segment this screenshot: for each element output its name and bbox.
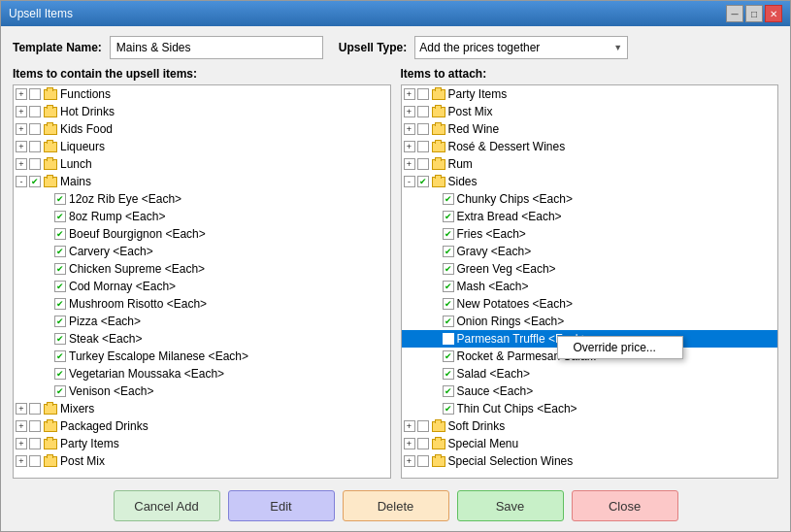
list-item[interactable]: ✔ Pizza <Each> (14, 313, 390, 330)
maximize-button[interactable]: □ (745, 5, 763, 22)
checkbox-icon[interactable] (29, 88, 41, 100)
expand-icon[interactable]: + (16, 158, 27, 170)
checkbox-icon[interactable]: ✔ (54, 298, 66, 310)
list-item[interactable]: + Rum (402, 155, 778, 173)
close-button[interactable]: Close (572, 490, 678, 521)
list-item[interactable]: ✔ Salad <Each> (402, 365, 778, 382)
expand-icon[interactable]: + (404, 158, 415, 170)
list-item[interactable]: ✔ Extra Bread <Each> (402, 208, 778, 225)
list-item[interactable]: + Functions (14, 85, 390, 103)
checkbox-icon[interactable] (417, 420, 429, 432)
list-item[interactable]: ✔ Venison <Each> (14, 382, 390, 400)
checkbox-icon[interactable]: ✔ (54, 368, 66, 380)
list-item[interactable]: + Post Mix (14, 452, 390, 470)
expand-icon[interactable]: + (404, 455, 415, 467)
list-item[interactable]: + Liqueurs (14, 138, 390, 155)
cancel-add-button[interactable]: Cancel Add (114, 490, 220, 521)
edit-button[interactable]: Edit (228, 490, 335, 521)
list-item[interactable]: + Party Items (402, 85, 778, 103)
expand-icon[interactable]: + (404, 106, 415, 117)
upsell-type-select[interactable]: Add the prices together Override price (414, 36, 628, 59)
expand-icon[interactable]: - (404, 176, 415, 187)
list-item[interactable]: + Rosé & Dessert Wines (402, 138, 778, 155)
list-item[interactable]: ✔ 12oz Rib Eye <Each> (14, 190, 390, 208)
list-item[interactable]: + Lunch (14, 155, 390, 173)
list-item[interactable]: + Special Selection Wines (402, 452, 778, 470)
checkbox-icon[interactable] (417, 438, 429, 449)
expand-icon[interactable]: + (16, 88, 27, 100)
checkbox-icon[interactable]: ✔ (54, 333, 66, 345)
right-tree[interactable]: + Party Items + Post Mix + (401, 84, 779, 479)
list-item[interactable]: ✔ Carvery <Each> (14, 243, 390, 260)
checkbox-icon[interactable]: ✔ (54, 316, 66, 327)
checkbox-icon[interactable]: ✔ (29, 176, 41, 187)
list-item[interactable]: ✔ Mushroom Risotto <Each> (14, 295, 390, 313)
list-item[interactable]: ✔ Steak <Each> (14, 330, 390, 348)
list-item[interactable]: + Soft Drinks (402, 417, 778, 435)
checkbox-icon[interactable]: ✔ (443, 368, 454, 380)
list-item[interactable]: ✔ Thin Cut Chips <Each> (402, 400, 778, 417)
list-item[interactable]: ✔ Turkey Escalope Milanese <Each> (14, 348, 390, 365)
expand-icon[interactable]: + (404, 438, 415, 449)
list-item[interactable]: ✔ Chicken Supreme <Each> (14, 260, 390, 278)
list-item[interactable]: ✔ Gravy <Each> (402, 243, 778, 260)
list-item[interactable]: ✔ Mash <Each> (402, 278, 778, 295)
list-item[interactable]: - ✔ Sides (402, 173, 778, 190)
list-item[interactable]: ✔ Sauce <Each> (402, 382, 778, 400)
list-item[interactable]: + Kids Food (14, 120, 390, 138)
close-window-button[interactable]: ✕ (765, 5, 782, 22)
checkbox-icon[interactable]: ✔ (417, 176, 429, 187)
checkbox-icon[interactable] (417, 141, 429, 152)
expand-icon[interactable]: - (16, 176, 27, 187)
checkbox-icon[interactable]: ✔ (54, 263, 66, 275)
override-price-menu-item[interactable]: Override price... (558, 337, 682, 358)
expand-icon[interactable]: + (16, 438, 27, 449)
checkbox-icon[interactable] (29, 420, 41, 432)
checkbox-icon[interactable] (29, 141, 41, 152)
checkbox-icon[interactable]: ✔ (443, 385, 454, 397)
checkbox-icon[interactable]: ✔ (54, 281, 66, 292)
expand-icon[interactable]: + (16, 106, 27, 117)
checkbox-icon[interactable]: ✔ (54, 228, 66, 240)
checkbox-icon[interactable] (417, 88, 429, 100)
list-item[interactable]: ✔ Boeuf Bourgignon <Each> (14, 225, 390, 243)
checkbox-icon[interactable]: ✔ (443, 403, 454, 415)
checkbox-icon[interactable]: ✔ (443, 193, 454, 205)
checkbox-icon[interactable] (29, 455, 41, 467)
checkbox-icon[interactable] (29, 123, 41, 135)
expand-icon[interactable]: + (16, 403, 27, 415)
list-item[interactable]: ✔ Green Veg <Each> (402, 260, 778, 278)
checkbox-icon[interactable] (417, 455, 429, 467)
checkbox-icon[interactable]: ✔ (54, 211, 66, 222)
checkbox-icon[interactable]: ✔ (443, 281, 454, 292)
list-item[interactable]: + Party Items (14, 435, 390, 452)
template-name-input[interactable] (110, 36, 323, 59)
list-item[interactable]: + Special Menu (402, 435, 778, 452)
expand-icon[interactable]: + (16, 455, 27, 467)
checkbox-icon[interactable]: ✔ (443, 228, 454, 240)
list-item[interactable]: + Hot Drinks (14, 103, 390, 120)
checkbox-icon[interactable]: ✔ (443, 333, 454, 345)
expand-icon[interactable]: + (16, 141, 27, 152)
checkbox-icon[interactable] (417, 106, 429, 117)
list-item[interactable]: + Post Mix (402, 103, 778, 120)
checkbox-icon[interactable]: ✔ (443, 211, 454, 222)
left-tree[interactable]: + Functions + Hot Drinks + (13, 84, 391, 479)
expand-icon[interactable]: + (404, 141, 415, 152)
checkbox-icon[interactable]: ✔ (443, 298, 454, 310)
expand-icon[interactable]: + (404, 123, 415, 135)
expand-icon[interactable]: + (16, 123, 27, 135)
list-item[interactable]: ✔ Fries <Each> (402, 225, 778, 243)
list-item[interactable]: + Mixers (14, 400, 390, 417)
checkbox-icon[interactable] (29, 438, 41, 449)
list-item[interactable]: ✔ Cod Mornay <Each> (14, 278, 390, 295)
list-item[interactable]: ✔ Onion Rings <Each> (402, 313, 778, 330)
checkbox-icon[interactable] (29, 403, 41, 415)
expand-icon[interactable]: + (404, 88, 415, 100)
delete-button[interactable]: Delete (343, 490, 449, 521)
checkbox-icon[interactable] (417, 123, 429, 135)
checkbox-icon[interactable]: ✔ (54, 246, 66, 257)
checkbox-icon[interactable]: ✔ (443, 263, 454, 275)
checkbox-icon[interactable]: ✔ (54, 350, 66, 362)
list-item[interactable]: ✔ Vegetarian Moussaka <Each> (14, 365, 390, 382)
